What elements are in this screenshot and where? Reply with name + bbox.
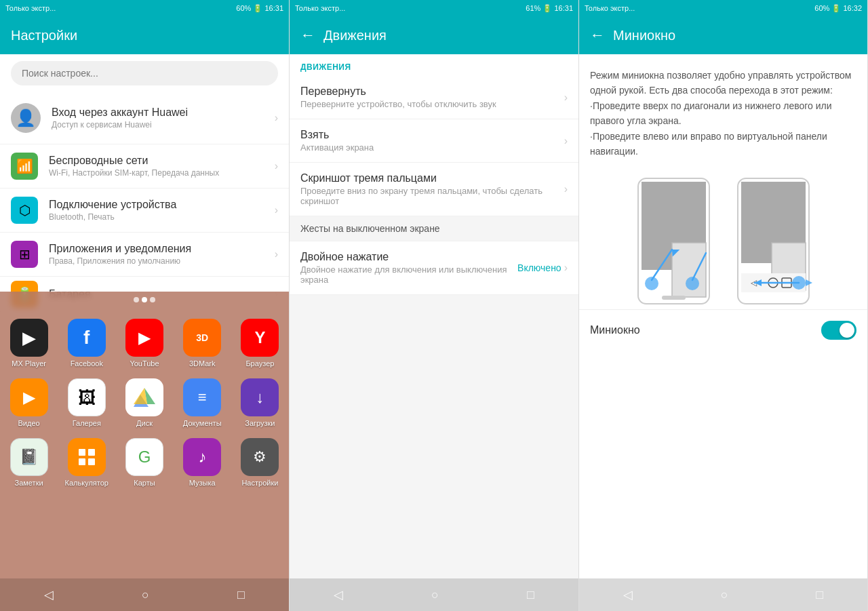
toolbar-settings: Настройки <box>0 16 289 54</box>
demo-diagonal-svg <box>635 175 713 307</box>
recent-btn-middle[interactable]: □ <box>527 588 534 602</box>
mx-player-icon: ▶ <box>10 319 48 357</box>
app-settings-app[interactable]: ⚙ Настройки <box>231 433 289 492</box>
app-facebook-label: Facebook <box>71 359 103 368</box>
app-downloads[interactable]: ↓ Загрузки <box>231 373 289 433</box>
pickup-subtitle: Активация экрана <box>300 142 564 153</box>
gestures-header: Жесты на выключенном экране <box>300 223 440 234</box>
bluetooth-icon: ⬡ <box>11 197 38 224</box>
wifi-icon: 📶 <box>11 153 38 180</box>
signal-right: Только экстр... <box>585 4 635 12</box>
movements-title: Движения <box>323 28 387 43</box>
dot-3 <box>150 297 155 302</box>
back-btn-middle[interactable]: ◁ <box>334 587 343 602</box>
svg-rect-8 <box>88 458 95 465</box>
panel-settings: Только экстр... 60% 🔋 16:31 Настройки 👤 … <box>0 0 290 611</box>
chevron-icon: › <box>275 160 278 172</box>
bottom-nav-left: ◁ ○ □ <box>0 578 289 611</box>
chevron-icon: › <box>275 248 278 260</box>
chevron-icon: › <box>564 135 568 147</box>
settings-app-icon: ⚙ <box>241 438 279 476</box>
settings-item-bluetooth[interactable]: ⬡ Подключение устройства Bluetooth, Печа… <box>0 189 289 233</box>
maps-icon: G <box>125 438 163 476</box>
app-notes-label: Заметки <box>15 479 43 487</box>
battery-middle: 61% 🔋 16:31 <box>526 4 573 13</box>
doubletap-title: Двойное нажатие <box>300 251 517 263</box>
movements-list: ДВИЖЕНИЯ Перевернуть Переверните устройс… <box>290 54 578 578</box>
recent-btn-right[interactable]: □ <box>816 588 823 602</box>
chevron-icon: › <box>564 183 568 195</box>
app-calculator[interactable]: Калькулятор <box>58 433 115 492</box>
svg-rect-6 <box>88 449 95 456</box>
app-docs[interactable]: ≡ Документы <box>174 373 231 433</box>
3dmark-icon: 3D <box>183 319 221 357</box>
app-3dmark[interactable]: 3D 3DMark <box>174 313 231 373</box>
app-browser-label: Браузер <box>245 359 274 368</box>
browser-icon: Y <box>241 319 279 357</box>
movement-double-tap[interactable]: Двойное нажатие Двойное нажатие для вклю… <box>290 241 578 295</box>
battery-right: 60% 🔋 16:32 <box>814 4 862 13</box>
screenshot-title: Скриншот тремя пальцами <box>300 172 564 184</box>
svg-rect-7 <box>79 458 85 465</box>
app-video-label: Видео <box>18 419 40 427</box>
home-btn-middle[interactable]: ○ <box>431 588 439 602</box>
flip-title: Перевернуть <box>300 85 564 98</box>
app-gallery[interactable]: 🖼 Галерея <box>58 373 115 433</box>
settings-item-wireless[interactable]: 📶 Беспроводные сети Wi-Fi, Настройки SIM… <box>0 144 289 189</box>
account-item[interactable]: 👤 Вход через аккаунт Huawei Доступ к сер… <box>0 92 289 144</box>
back-button-right[interactable]: ← <box>590 26 605 44</box>
movement-flip[interactable]: Перевернуть Переверните устройство, чтоб… <box>290 76 578 119</box>
app-browser[interactable]: Y Браузер <box>231 313 289 373</box>
mini-demos: ◁ <box>590 175 856 307</box>
app-notes[interactable]: 📓 Заметки <box>0 433 58 492</box>
app-3dmark-label: 3DMark <box>189 359 216 368</box>
app-youtube[interactable]: ▶ YouTube <box>115 313 173 373</box>
app-maps[interactable]: G Карты <box>115 433 173 492</box>
toolbar-movements: ← Движения <box>290 16 578 54</box>
apps-subtitle: Права, Приложения по умолчанию <box>49 256 275 266</box>
settings-item-apps[interactable]: ⊞ Приложения и уведомления Права, Прилож… <box>0 233 289 277</box>
search-input[interactable] <box>11 61 278 85</box>
app-mx-player[interactable]: ▶ MX Player <box>0 313 58 373</box>
home-btn-right[interactable]: ○ <box>721 588 728 602</box>
home-btn-left[interactable]: ○ <box>142 588 149 602</box>
app-downloads-label: Загрузки <box>245 419 275 427</box>
app-music[interactable]: ♪ Музыка <box>174 433 231 492</box>
recent-btn-left[interactable]: □ <box>237 588 245 602</box>
app-mx-label: MX Player <box>12 359 46 368</box>
app-calculator-label: Калькулятор <box>65 479 108 487</box>
back-btn-right[interactable]: ◁ <box>623 587 633 602</box>
account-subtitle: Доступ к сервисам Huawei <box>52 120 275 130</box>
demo-swipe-svg: ◁ <box>734 175 812 307</box>
demo-diagonal <box>635 175 713 307</box>
toolbar-miniwindow: ← Миниокно <box>579 16 867 54</box>
svg-point-27 <box>792 276 806 290</box>
toggle-row-miniwindow: Миниокно <box>579 309 867 351</box>
apps-icon: ⊞ <box>11 241 38 268</box>
status-bar-left: Только экстр... 60% 🔋 16:31 <box>0 0 289 16</box>
settings-title: Настройки <box>11 28 77 43</box>
dot-1 <box>134 297 139 302</box>
app-music-label: Музыка <box>189 479 216 487</box>
app-facebook[interactable]: f Facebook <box>58 313 115 373</box>
app-settings-label: Настройки <box>241 479 278 487</box>
mini-description: Режим миниокна позволяет удобно управлят… <box>590 68 856 159</box>
app-video[interactable]: ▶ Видео <box>0 373 58 433</box>
chevron-icon: › <box>275 204 278 216</box>
drawer-indicator <box>0 292 289 308</box>
panel-miniwindow: Только экстр... 60% 🔋 16:32 ← Миниокно Р… <box>579 0 868 611</box>
apps-title: Приложения и уведомления <box>49 243 275 255</box>
demo-swipe: ◁ <box>734 175 812 307</box>
section-header-movements: ДВИЖЕНИЯ <box>290 54 578 76</box>
app-drive[interactable]: Диск <box>115 373 173 433</box>
movement-screenshot[interactable]: Скриншот тремя пальцами Проведите вниз п… <box>290 163 578 216</box>
app-gallery-label: Галерея <box>73 419 101 427</box>
section-header-gestures: Жесты на выключенном экране <box>290 216 578 241</box>
back-button-middle[interactable]: ← <box>300 26 315 44</box>
miniwindow-content: Режим миниокна позволяет удобно управлят… <box>579 54 867 309</box>
gallery-icon: 🖼 <box>68 378 106 416</box>
movement-pick-up[interactable]: Взять Активация экрана › <box>290 119 578 163</box>
status-bar-middle: Только экстр... 61% 🔋 16:31 <box>290 0 578 16</box>
miniwindow-toggle[interactable] <box>821 321 856 340</box>
back-btn-left[interactable]: ◁ <box>44 587 54 602</box>
